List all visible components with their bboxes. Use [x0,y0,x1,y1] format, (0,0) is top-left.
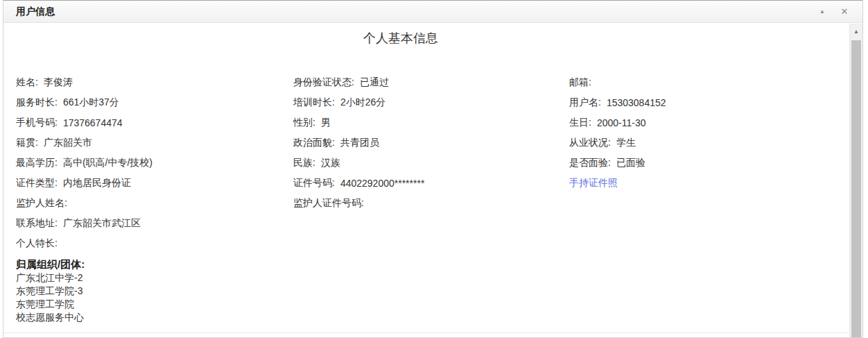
field-id-type: 证件类型: 内地居民身份证 [16,173,153,193]
organization-item: 校志愿服务中心 [16,311,85,324]
organizations-title: 归属组织/团体: [16,257,85,271]
organization-item: 东莞理工学院 [16,298,85,311]
close-icon: ✕ [841,6,849,17]
page-title: 个人基本信息 [3,30,798,47]
field-political-status: 政治面貌: 共青团员 [293,133,424,153]
field-value: 共青团员 [340,137,379,149]
scroll-up-button[interactable]: ▲ [850,24,862,39]
field-label: 最高学历: [16,157,58,169]
field-label: 证件号码: [293,177,335,189]
field-label: 性别: [293,117,315,129]
scrollbar[interactable]: ▲ [849,24,862,337]
field-education: 最高学历: 高中(职高/中专/技校) [16,153,153,173]
collapse-button[interactable]: ▲ [814,1,831,22]
field-id-number: 证件号码: 4402292000******** [293,173,424,193]
field-value: 17376674474 [63,117,123,128]
field-label: 民族: [293,157,315,169]
field-value: 李俊涛 [44,76,73,89]
field-identity-verify-status: 身份验证状态: 已通过 [293,72,424,92]
handheld-id-photo-link[interactable]: 手持证件照 [569,177,618,189]
field-label: 服务时长: [16,96,58,109]
close-button[interactable]: ✕ [836,1,853,22]
field-value: 内地居民身份证 [63,177,131,189]
organization-item: 东莞理工学院-3 [16,285,85,298]
field-label: 培训时长: [293,96,335,109]
field-handheld-id-photo: 手持证件照 [569,173,666,193]
field-value: 2小时26分 [340,96,385,109]
field-label: 政治面貌: [293,137,335,149]
field-value: 4402292000******** [340,178,424,189]
field-value: 汉族 [321,157,340,169]
field-gender: 性别: 男 [293,112,424,133]
field-guardian-name: 监护人姓名: [16,193,153,213]
column-middle: 身份验证状态: 已通过 培训时长: 2小时26分 性别: 男 政治面貌: 共青团… [293,72,424,213]
field-value: 广东韶关市武江区 [63,217,141,230]
field-employment-status: 从业状况: 学生 [569,133,666,153]
field-native-place: 籍贯: 广东韶关市 [16,133,153,153]
dialog-titlebar: 用户信息 ▲ ✕ [3,1,862,23]
field-label: 从业状况: [569,137,611,149]
field-value: 男 [321,117,331,129]
field-personal-specialty: 个人特长: [16,233,153,253]
field-name: 姓名: 李俊涛 [16,72,153,92]
field-label: 手机号码: [16,117,58,129]
field-label: 证件类型: [16,177,58,189]
field-label: 姓名: [16,76,38,89]
dialog-body: 个人基本信息 姓名: 李俊涛 服务时长: 661小时37分 手机号码: 1737… [3,24,862,337]
field-contact-address: 联系地址: 广东韶关市武江区 [16,213,153,233]
field-label: 个人特长: [16,237,58,250]
field-label: 用户名: [569,96,601,109]
field-label: 籍贯: [16,137,38,149]
field-label: 生日: [569,117,591,129]
triangle-up-icon: ▲ [853,28,859,35]
dialog-title: 用户信息 [16,1,55,22]
field-value: 学生 [616,137,636,149]
field-value: 已面验 [616,157,645,169]
organization-item: 广东北江中学-2 [16,271,85,285]
scrollbar-thumb[interactable] [851,40,861,337]
field-value: 2000-11-30 [597,117,646,128]
triangle-up-icon: ▲ [819,8,825,15]
field-ethnicity: 民族: 汉族 [293,153,424,173]
field-value: 已通过 [360,76,389,89]
field-label: 邮箱: [569,76,591,89]
field-label: 监护人姓名: [16,197,67,210]
column-right: 邮箱: 用户名: 15303084152 生日: 2000-11-30 从业状况… [569,72,666,193]
field-label: 监护人证件号码: [293,197,364,210]
organizations-section: 归属组织/团体: 广东北江中学-2 东莞理工学院-3 东莞理工学院 校志愿服务中… [16,257,85,324]
user-info-dialog: 用户信息 ▲ ✕ 个人基本信息 姓名: 李俊涛 服务时长: 661小时37分 手… [3,0,863,338]
field-value: 15303084152 [607,97,666,108]
field-label: 身份验证状态: [293,76,354,89]
field-birthday: 生日: 2000-11-30 [569,112,666,133]
field-username: 用户名: 15303084152 [569,92,666,112]
dialog-bottom-edge [3,332,849,333]
field-value: 高中(职高/中专/技校) [63,157,153,169]
field-mobile-number: 手机号码: 17376674474 [16,112,153,133]
field-value: 661小时37分 [63,96,119,109]
field-training-duration: 培训时长: 2小时26分 [293,92,424,112]
field-value: 广东韶关市 [44,137,92,149]
field-label: 联系地址: [16,217,58,230]
column-left: 姓名: 李俊涛 服务时长: 661小时37分 手机号码: 17376674474… [16,72,153,253]
field-email: 邮箱: [569,72,666,92]
field-service-duration: 服务时长: 661小时37分 [16,92,153,112]
field-guardian-id-number: 监护人证件号码: [293,193,424,213]
field-face-verification: 是否面验: 已面验 [569,153,666,173]
field-label: 是否面验: [569,157,611,169]
